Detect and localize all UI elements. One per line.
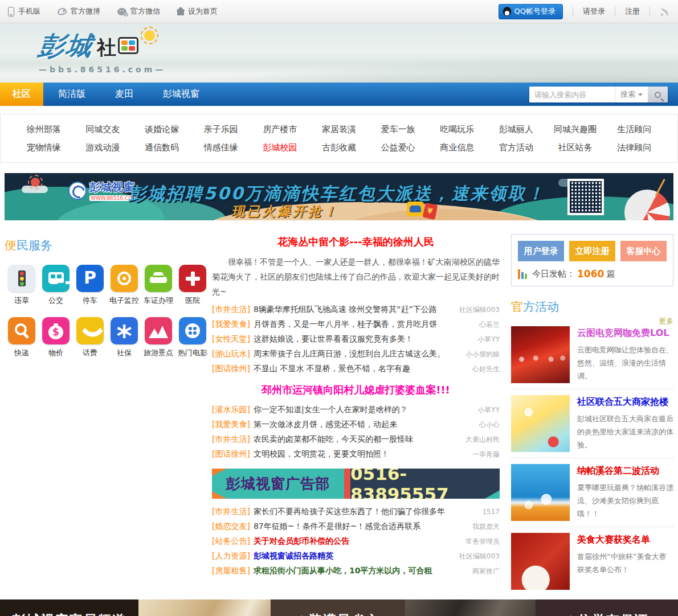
service-icon[interactable]	[145, 317, 172, 344]
login-link[interactable]: 请登录	[583, 6, 605, 17]
thread-category[interactable]: 市井生活	[212, 434, 250, 445]
thread-title[interactable]: 不显山 不显水 不显桥，景色不错，名字有趣	[254, 364, 467, 374]
category-link[interactable]: 家居装潢	[322, 124, 356, 134]
thread-author[interactable]: 商家推广	[472, 566, 500, 576]
service-icon[interactable]	[76, 317, 104, 344]
thread-category[interactable]: 站务公告	[212, 536, 250, 547]
service-item[interactable]: 停车	[73, 265, 107, 306]
category-link[interactable]: 官方活动	[499, 142, 533, 153]
featured-headline-1[interactable]: 花海丛中留个影---幸福的徐州人民	[212, 235, 500, 249]
thread-author[interactable]: 小草YY	[477, 405, 500, 415]
service-icon[interactable]	[111, 265, 138, 292]
thread-author[interactable]: 小草YY	[477, 335, 500, 344]
service-icon[interactable]	[42, 265, 70, 292]
category-link[interactable]: 古彭收藏	[322, 142, 356, 153]
thread-category[interactable]: 女性天堂	[212, 334, 250, 344]
service-item[interactable]: 旅游景点	[141, 317, 175, 358]
topbar-link[interactable]: 官方微信	[117, 6, 160, 17]
thread-category[interactable]: 我爱美食	[212, 420, 250, 430]
category-link[interactable]: 生活顾问	[617, 124, 651, 134]
sidebar-action-button[interactable]: 立即注册	[569, 241, 615, 261]
service-icon[interactable]	[111, 317, 138, 344]
thread-author[interactable]: 小小柴的娘	[465, 350, 500, 359]
thread-title[interactable]: 关于对会员彭币补偿的公告	[254, 536, 460, 547]
thread-title[interactable]: 家长们不要再给孩子买这些东西了！他们骗了你很多年	[254, 507, 477, 517]
thread-title[interactable]: 第一次做冰皮月饼，感觉还不错，动起来	[254, 420, 473, 430]
search-type-dropdown[interactable]: 搜索	[615, 87, 648, 102]
category-link[interactable]: 彭城校园	[263, 142, 297, 153]
thread-title[interactable]: 文明校园，文明赏花，更要文明拍照！	[254, 449, 467, 459]
sidebar-action-button[interactable]: 用户登录	[518, 241, 564, 261]
category-link[interactable]: 亲子乐园	[204, 124, 238, 134]
category-link[interactable]: 彭城丽人	[499, 124, 533, 134]
activity-item[interactable]: 美食大赛获奖名单 首届徐州“中旅杯”美食大赛获奖名单公布！	[511, 527, 673, 596]
thread-title[interactable]: 月饼首秀，又是一年八月半，桂子飘香，赏月吃月饼	[254, 319, 473, 330]
thread-title[interactable]: 彭城视窗诚招各路精英	[254, 551, 454, 561]
category-link[interactable]: 通信数码	[145, 142, 179, 153]
activity-title[interactable]: 美食大赛获奖名单	[577, 533, 673, 546]
category-link[interactable]: 公益爱心	[381, 142, 415, 153]
service-item[interactable]: 车证办理	[141, 265, 175, 306]
more-link[interactable]: 更多	[659, 316, 673, 326]
activity-thumbnail[interactable]	[511, 464, 570, 521]
activity-title[interactable]: 社区联合五大商家抢楼	[577, 396, 673, 408]
service-item[interactable]: 医院	[175, 265, 210, 306]
service-item[interactable]: 公交	[39, 265, 73, 306]
thread-author[interactable]: 社区编辑003	[459, 552, 500, 561]
qq-login-button[interactable]: QQ帐号登录	[499, 4, 563, 19]
thread-category[interactable]: 市井生活	[212, 507, 250, 517]
rss-icon[interactable]	[660, 7, 670, 17]
category-link[interactable]: 房产楼市	[263, 124, 297, 134]
service-icon[interactable]	[42, 317, 70, 344]
thread-author[interactable]: 一串青藤	[472, 450, 500, 459]
category-link[interactable]: 谈婚论嫁	[145, 124, 179, 134]
category-link[interactable]: 徐州部落	[27, 124, 61, 134]
nav-item[interactable]: 社区	[0, 83, 43, 106]
service-item[interactable]: 话费	[73, 317, 107, 358]
service-item[interactable]: 快递	[5, 317, 39, 358]
service-icon[interactable]	[76, 265, 104, 292]
sidebar-action-button[interactable]: 客服中心	[620, 241, 667, 261]
category-link[interactable]: 游戏动漫	[85, 142, 120, 153]
thread-category[interactable]: 游山玩水	[212, 349, 250, 359]
thread-author[interactable]: 心好先生	[472, 364, 500, 374]
thread-category[interactable]: 人力资源	[212, 551, 250, 561]
thread-author[interactable]: 我就是天	[472, 522, 500, 532]
category-link[interactable]: 宠物情缘	[27, 142, 61, 153]
thread-category[interactable]: 灌水乐园	[212, 405, 250, 415]
category-link[interactable]: 情感佳缘	[204, 142, 238, 153]
thread-category[interactable]: 图话徐州	[212, 449, 250, 459]
category-link[interactable]: 法律顾问	[617, 142, 651, 153]
register-link[interactable]: 注册	[625, 6, 640, 17]
thread-title[interactable]: 87年征婚~！条件不是很好~！感觉合适再联系	[254, 521, 467, 532]
promo-ad-banner[interactable]: 彭城视窗 WWW.86516.COM 彭城招聘500万滴滴快车红包大派送，速来领…	[5, 173, 673, 220]
topbar-link[interactable]: 官方微博	[58, 6, 100, 17]
activity-thumbnail[interactable]	[511, 326, 570, 383]
service-item[interactable]: 物价	[39, 317, 73, 358]
thread-author[interactable]: 大黄山村民	[465, 435, 500, 445]
search-button[interactable]	[648, 87, 668, 102]
thread-title[interactable]: 这群姑娘说，要让世界看看汉服究竟有多美！	[254, 334, 472, 344]
service-item[interactable]: 热门电影	[175, 317, 210, 358]
service-icon[interactable]	[8, 265, 35, 292]
category-link[interactable]: 吃喝玩乐	[440, 124, 474, 134]
activity-item[interactable]: 纳帕溪谷第二波活动 夏季哪里玩最爽？纳帕溪谷漂流、沙滩美女陪你爽到底哦！！	[511, 458, 673, 527]
thread-title[interactable]: 农民卖的卤菜都不能吃，今天买的都一股怪味	[254, 434, 460, 445]
category-link[interactable]: 爱车一族	[381, 124, 415, 134]
activity-item[interactable]: 云图电竞网咖免费LOL 云图电竞网咖让您体验自在、悠然、温情、浪漫的生活情调。	[511, 321, 673, 389]
activity-thumbnail[interactable]	[511, 395, 570, 452]
thread-category[interactable]: 我爱美食	[212, 319, 250, 330]
activity-title[interactable]: 纳帕溪谷第二波活动	[577, 465, 673, 477]
category-link[interactable]: 社区站务	[558, 142, 593, 153]
thread-author[interactable]: 常务管理员	[465, 537, 500, 547]
category-link[interactable]: 同城兴趣圈	[554, 124, 597, 134]
service-icon[interactable]	[179, 265, 206, 292]
service-icon[interactable]	[145, 265, 172, 292]
thread-author[interactable]: 心小心	[479, 420, 500, 430]
service-item[interactable]: 电子监控	[107, 265, 141, 306]
topbar-link[interactable]: 手机版	[8, 6, 40, 17]
search-input[interactable]	[529, 87, 615, 102]
thread-title[interactable]: 8辆豪华摩托组队飞驰高速 徐州交警将其“赶”下公路	[254, 305, 454, 315]
thread-category[interactable]: 图话徐州	[212, 364, 250, 374]
thread-title[interactable]: 你一定不知道|女生一个人在家时是啥样的？	[254, 405, 472, 415]
